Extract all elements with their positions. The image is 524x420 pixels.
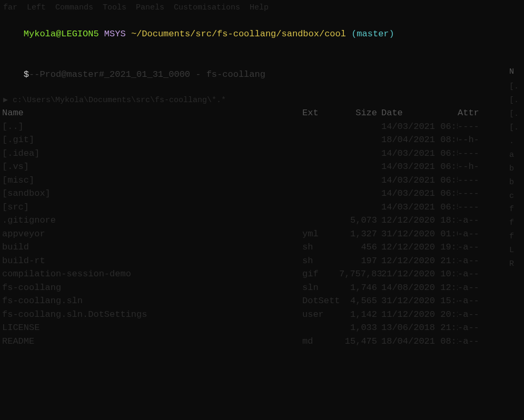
table-row[interactable]: .gitignore5,07312/12/2020 18:11-a--: [2, 214, 522, 227]
cell-date: 21/12/2020 10:16: [381, 267, 458, 281]
cell-size: [339, 133, 381, 147]
right-strip-item: b: [509, 162, 524, 176]
cell-date: 18/04/2021 08:02: [381, 133, 458, 147]
prompt-user: Mykola: [24, 29, 56, 39]
table-row[interactable]: compilation-session-demogif7,757,83921/1…: [2, 267, 522, 281]
cell-ext: gif: [302, 267, 339, 281]
cell-date: 14/08/2020 12:20: [381, 281, 458, 295]
cell-date: 14/03/2021 06:53: [381, 120, 458, 134]
cell-attr: -a--: [458, 254, 479, 268]
file-rows-container: [..]14/03/2021 06:53----[.git]18/04/2021…: [2, 120, 522, 348]
cell-ext: DotSettin: [302, 294, 339, 308]
cell-date: 12/12/2020 21:17: [381, 254, 458, 268]
cell-date: 18/04/2021 08:14: [381, 335, 458, 348]
col-header-ext: Ext: [302, 106, 339, 120]
right-strip-item: [.: [509, 80, 524, 94]
prompt-line-2[interactable]: $--Prod@master#_2021_01_31_0000 - fs-coo…: [2, 54, 522, 95]
cell-date: 13/06/2018 21:25: [381, 321, 458, 335]
cell-name: [.git]: [2, 133, 302, 147]
cell-name: [.idea]: [2, 147, 302, 161]
cell-date: 14/03/2021 06:53: [381, 147, 458, 161]
right-strip-item: b: [509, 176, 524, 189]
table-row[interactable]: [sandbox]14/03/2021 06:53----: [2, 187, 522, 201]
cell-size: 15,475: [339, 335, 381, 348]
terminal-area[interactable]: far Left Commands Tools Panels Customisa…: [0, 0, 524, 420]
cell-size: 7,757,839: [339, 267, 381, 281]
cell-size: 1,033: [339, 321, 381, 335]
cell-name: build: [2, 241, 302, 254]
ghost-menu-line: far Left Commands Tools Panels Customisa…: [2, 2, 522, 14]
table-row[interactable]: fs-coollang.sln.DotSettingsuser1,14211/1…: [2, 308, 522, 322]
right-strip-item: L: [509, 244, 524, 257]
table-row[interactable]: fs-coollangsln1,74614/08/2020 12:20-a--: [2, 281, 522, 295]
cell-size: [339, 201, 381, 214]
cell-attr: --h-: [458, 160, 479, 174]
cell-attr: ----: [458, 187, 479, 201]
right-strip-item: a: [509, 148, 524, 162]
cell-date: 31/12/2020 15:41: [381, 294, 458, 308]
cell-ext: [302, 120, 339, 134]
cell-date: 14/03/2021 06:53: [381, 187, 458, 201]
right-strip-item: [.: [509, 121, 524, 135]
table-row[interactable]: build-rtsh19712/12/2020 21:17-a--: [2, 254, 522, 268]
table-row[interactable]: LICENSE1,03313/06/2018 21:25-a--: [2, 321, 522, 335]
cell-size: [339, 187, 381, 201]
prompt-line-1: Mykola@LEGION5 MSYS ~/Documents/src/fs-c…: [2, 14, 522, 55]
cell-attr: -a--: [458, 214, 479, 227]
cell-attr: -a--: [458, 335, 479, 348]
cell-size: 1,142: [339, 308, 381, 322]
cell-attr: -a--: [458, 241, 479, 254]
cell-ext: [302, 160, 339, 174]
cell-ext: [302, 174, 339, 187]
table-row[interactable]: fs-coollang.slnDotSettin4,56531/12/2020 …: [2, 294, 522, 308]
cell-size: 4,565: [339, 294, 381, 308]
right-strip-item: f: [509, 216, 524, 230]
ghost-path-line: ▶ c:\Users\Mykola\Documents\src\fs-cooll…: [2, 95, 522, 107]
cell-ext: [302, 133, 339, 147]
cell-name: [.vs]: [2, 160, 302, 174]
cell-ext: [302, 201, 339, 214]
cell-name: build-rt: [2, 254, 302, 268]
cell-ext: sh: [302, 241, 339, 254]
col-header-attr: Attr: [458, 106, 479, 120]
cell-size: [339, 147, 381, 161]
right-strip-item: c: [509, 189, 524, 203]
cell-size: [339, 120, 381, 134]
cell-attr: -a--: [458, 308, 479, 322]
cell-attr: --h-: [458, 133, 479, 147]
cell-name: fs-coollang: [2, 281, 302, 295]
cell-date: 31/12/2020 01:03: [381, 227, 458, 241]
cell-name: fs-coollang.sln: [2, 294, 302, 308]
cell-ext: user: [302, 308, 339, 322]
cell-name: appveyor: [2, 227, 302, 241]
table-row[interactable]: [misc]14/03/2021 06:53----: [2, 174, 522, 187]
cell-ext: [302, 321, 339, 335]
prompt-host: LEGION5: [61, 29, 98, 39]
table-row[interactable]: buildsh45612/12/2020 19:15-a--: [2, 241, 522, 254]
cell-name: [..]: [2, 120, 302, 134]
cell-date: 14/03/2021 06:53: [381, 160, 458, 174]
table-row[interactable]: READMEmd15,47518/04/2021 08:14-a--: [2, 335, 522, 348]
cell-attr: -a--: [458, 227, 479, 241]
cell-name: fs-coollang.sln.DotSettings: [2, 308, 302, 322]
table-row[interactable]: [..]14/03/2021 06:53----: [2, 120, 522, 134]
cell-size: [339, 160, 381, 174]
cell-name: [src]: [2, 201, 302, 214]
right-strip-item: f: [509, 230, 524, 244]
cell-attr: ----: [458, 147, 479, 161]
cell-size: 1,327: [339, 227, 381, 241]
cell-size: 5,073: [339, 214, 381, 227]
prompt-at: @: [56, 29, 61, 39]
table-header: Name Ext Size Date Attr: [2, 106, 522, 120]
cell-name: LICENSE: [2, 321, 302, 335]
table-row[interactable]: [src]14/03/2021 06:53----: [2, 201, 522, 214]
table-row[interactable]: [.idea]14/03/2021 06:53----: [2, 147, 522, 161]
prompt-shell: MSYS: [104, 29, 126, 39]
table-row[interactable]: appveyoryml1,32731/12/2020 01:03-a--: [2, 227, 522, 241]
table-row[interactable]: [.vs]14/03/2021 06:53--h-: [2, 160, 522, 174]
right-panel-strip: N [.[.[.[..abbcfffLR: [509, 0, 524, 420]
prompt-dollar: $: [24, 69, 29, 79]
col-header-date: Date: [381, 106, 458, 120]
table-row[interactable]: [.git]18/04/2021 08:02--h-: [2, 133, 522, 147]
cell-name: [misc]: [2, 174, 302, 187]
